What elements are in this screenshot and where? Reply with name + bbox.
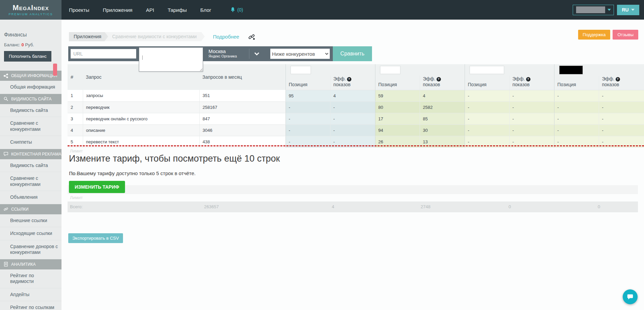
subheader-eff: Эфф.? показов — [599, 76, 644, 90]
sidebar-item-ads[interactable]: Объявления — [0, 191, 61, 204]
cell-volume: 847 — [199, 113, 286, 124]
competitor-site-redacted-4[interactable] — [559, 66, 583, 74]
sidebar-item-site-visibility[interactable]: Видимость сайта — [0, 104, 61, 117]
notifications-button[interactable]: (0) — [230, 7, 243, 13]
subheader-position: Позиция — [375, 76, 420, 90]
sidebar-sections: ОБЩАЯ ИНФОРМАЦИЯ Общая информация ВИДИМО… — [0, 71, 61, 310]
main-nav: Проекты Приложения API Тарифы Блог — [69, 7, 211, 13]
megaindex-logo[interactable]: MegaIndex PREMIUM ANALYTICS — [0, 0, 61, 20]
section-title: ССЫЛКИ — [11, 207, 28, 212]
sidebar-item-general-info[interactable]: Общая информация — [0, 81, 61, 94]
totals-eff-2: 2748 — [421, 201, 430, 212]
url-input[interactable] — [71, 49, 136, 58]
upsell-title: Измените тариф, чтобы посмотреть ещё 10 … — [69, 153, 280, 164]
account-selector[interactable] — [573, 5, 614, 15]
table-row: 4 описание 3046 - - 94 30 - - - - — [68, 124, 644, 136]
totals-eff-1: 4 — [332, 201, 334, 212]
competitor-site-input-3[interactable] — [470, 66, 504, 74]
logo-title: MegaIndex — [13, 4, 49, 11]
compare-button[interactable]: Сравнить — [333, 46, 372, 61]
totals-row: Всего: 263657 4 2748 0 0 — [68, 201, 638, 212]
breadcrumb: Приложения Сравнение видимости с конкуре… — [69, 32, 255, 41]
filter-select[interactable]: Ниже конкурентов — [270, 49, 330, 59]
cell-query: описание — [83, 124, 199, 136]
subheader-position: Позиция — [286, 76, 330, 90]
breadcrumb-apps[interactable]: Приложения — [69, 32, 105, 41]
language-button[interactable]: RU — [617, 5, 639, 15]
competitor-group-2 — [375, 64, 465, 76]
notifications-count: (0) — [237, 7, 243, 13]
section-title: КОНТЕКСТНАЯ РЕКЛАМА — [11, 152, 61, 157]
cell-volume: 3046 — [199, 124, 286, 136]
chat-bubble-icon — [626, 293, 634, 301]
region-name: Москва — [208, 49, 246, 54]
tariff-limit-line — [68, 145, 644, 146]
link-icon — [3, 207, 8, 212]
search-engine: Яндекс Органика — [208, 54, 246, 59]
chevron-down-icon — [631, 9, 635, 11]
competitor-site-input-2[interactable] — [380, 66, 400, 74]
section-analytics[interactable]: АНАЛИТИКА — [0, 259, 61, 269]
nav-tariffs[interactable]: Тарифы — [168, 7, 187, 13]
cell-volume: 258167 — [199, 101, 286, 113]
app-root: MegaIndex PREMIUM ANALYTICS Проекты Прил… — [0, 0, 644, 310]
reviews-button[interactable]: Отзывы — [613, 30, 638, 40]
nav-projects[interactable]: Проекты — [69, 7, 89, 13]
share-icon — [3, 73, 8, 78]
support-button[interactable]: Поддержка — [578, 30, 611, 40]
region-selector[interactable]: Москва Яндекс Органика — [208, 49, 246, 59]
competitor-site-input-1[interactable] — [291, 66, 311, 74]
finance-title: Финансы — [4, 32, 57, 38]
help-icon[interactable]: ? — [347, 77, 351, 81]
help-icon[interactable]: ? — [616, 77, 620, 81]
chat-widget-button[interactable] — [623, 289, 638, 304]
topup-balance-button[interactable]: Пополнить баланс — [4, 51, 51, 62]
sidebar-item-updates[interactable]: Апдейты — [0, 288, 61, 302]
navbar-right: RU — [573, 5, 639, 15]
section-title: ОБЩАЯ ИНФОРМАЦИЯ — [11, 73, 57, 78]
col-header-volume: Запросов в месяц — [199, 64, 286, 90]
chain-link-icon[interactable] — [248, 33, 255, 41]
keywords-textarea[interactable] — [139, 47, 203, 72]
sidebar: Финансы Баланс: 0 Руб. Пополнить баланс — [0, 20, 61, 310]
details-link[interactable]: Подробнее — [213, 32, 239, 41]
sidebar-item-donor-comparison[interactable]: Сравнение доноров с конкурентами — [0, 240, 61, 259]
change-tariff-button[interactable]: ИЗМЕНИТЬ ТАРИФ — [69, 181, 125, 193]
nav-blog[interactable]: Блог — [200, 7, 211, 13]
sidebar-item-visibility-rating[interactable]: Рейтинг по видимости — [0, 269, 61, 288]
search-icon — [3, 96, 8, 101]
help-icon[interactable]: ? — [437, 77, 441, 81]
subheader-position: Позиция — [554, 76, 599, 90]
help-icon[interactable]: ? — [526, 77, 530, 81]
table-row: 2 переводчик 258167 - - 80 2582 - - - - — [68, 101, 644, 113]
sidebar-item-ads-visibility[interactable]: Видимость сайта — [0, 159, 61, 172]
cell-query: переводчик — [83, 101, 199, 113]
breadcrumb-current[interactable]: Сравнение видимости с конкурентами — [105, 32, 201, 41]
region-dropdown-toggle[interactable] — [249, 51, 264, 56]
sidebar-item-links-rating[interactable]: Рейтинг по ссылкам — [0, 301, 61, 310]
sidebar-item-competitor-comparison[interactable]: Сравнение с конкурентами — [0, 117, 61, 136]
sidebar-item-external-links[interactable]: Внешние ссылки — [0, 214, 61, 228]
section-site-visibility[interactable]: ВИДИМОСТЬ САЙТА — [0, 94, 61, 104]
section-general-info[interactable]: ОБЩАЯ ИНФОРМАЦИЯ — [0, 71, 61, 81]
query-bar: Москва Яндекс Органика Ниже конкурентов … — [68, 46, 372, 61]
competitor-group-1 — [286, 64, 375, 76]
sidebar-item-snippets[interactable]: Сниппеты — [0, 136, 61, 149]
header-buttons: Поддержка Отзывы — [578, 30, 638, 40]
competitor-group-4 — [554, 64, 644, 76]
nav-api[interactable]: API — [146, 7, 154, 13]
limit-label: Лимит — [70, 148, 83, 153]
upsell-subtitle: По Вашему тарифу доступно только 5 строк… — [69, 170, 196, 176]
section-contextual-ads[interactable]: КОНТЕКСТНАЯ РЕКЛАМА — [0, 149, 61, 159]
cell-query: переводчик онлайн с русского — [83, 113, 199, 124]
feedback-side-tab[interactable] — [53, 64, 57, 76]
export-csv-button[interactable]: Экспортировать в CSV — [68, 233, 123, 243]
page-layout: Финансы Баланс: 0 Руб. Пополнить баланс — [0, 20, 644, 310]
sidebar-item-ads-competitor-comparison[interactable]: Сравнение с конкурентами — [0, 172, 61, 191]
nav-apps[interactable]: Приложения — [103, 7, 132, 13]
totals-eff-3: 0 — [509, 201, 511, 212]
document-icon — [3, 262, 8, 267]
sidebar-item-outgoing-links[interactable]: Исходящие ссылки — [0, 227, 61, 240]
section-links[interactable]: ССЫЛКИ — [0, 204, 61, 214]
subheader-eff: Эфф.? показов — [420, 76, 465, 90]
